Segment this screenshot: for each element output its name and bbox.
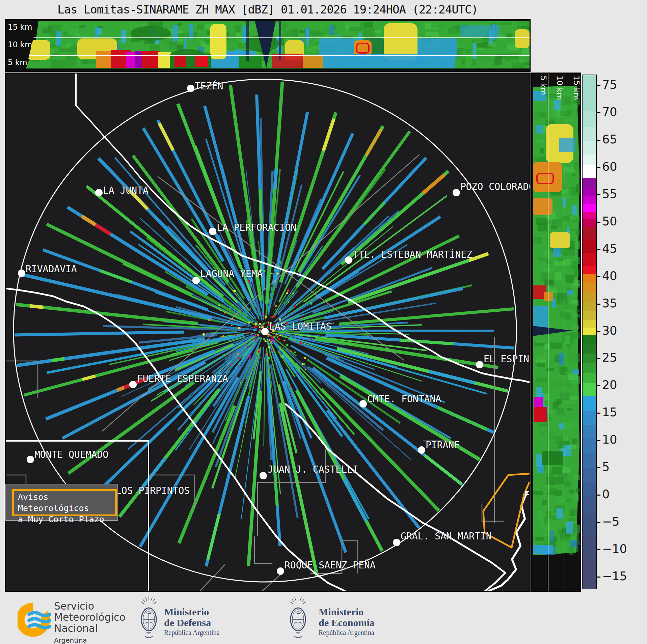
- colorbar-segment: [583, 274, 596, 283]
- colorbar-segment: [583, 219, 596, 227]
- colorbar-tick-label: 45: [602, 242, 617, 255]
- city-label: MONTE QUEMADO: [34, 449, 108, 460]
- dbz-colorbar: [582, 75, 597, 589]
- altitude-label: 5 km: [8, 58, 27, 67]
- footer: Servicio Meteorológico Nacional Argentin…: [0, 593, 647, 644]
- city-dot: [192, 277, 200, 284]
- colorbar-segment: [583, 438, 596, 453]
- colorbar-segment: [583, 283, 596, 293]
- colorbar-segment: [583, 311, 596, 320]
- city-dot: [129, 381, 137, 388]
- colorbar-segment: [583, 292, 596, 303]
- colorbar-tick-label: −5: [602, 515, 620, 528]
- city-label: CMTE. FONTANA: [367, 393, 441, 404]
- smn-logo: [18, 599, 51, 640]
- city-label: TEZÉN: [195, 81, 223, 92]
- colorbar-segment: [583, 302, 596, 311]
- colorbar-segment: [583, 354, 596, 364]
- colorbar-segment: [583, 561, 596, 589]
- right-cross-section-graphic: [532, 74, 580, 591]
- colorbar-tick-label: 15: [602, 406, 617, 419]
- colorbar-segment: [583, 425, 596, 438]
- defensa-line1: Ministerio: [164, 607, 220, 617]
- city-label: FUERTE ESPERANZA: [137, 373, 228, 384]
- colorbar-segment: [583, 188, 596, 196]
- colorbar-tick-label: 55: [602, 187, 617, 201]
- colorbar-tick-label: 60: [602, 160, 617, 173]
- right-cross-section-panel: 5 km10 km15 km: [531, 73, 581, 592]
- colorbar-segment: [583, 468, 596, 483]
- smn-line1: Servicio: [54, 600, 126, 612]
- colorbar-tick-label: −15: [602, 569, 627, 583]
- alert-legend-frame: Avisos Meteorológicos a Muy Corto Plazo: [5, 484, 118, 521]
- colorbar-tick-label: 0: [602, 487, 610, 501]
- top-cross-section-graphic: [6, 20, 530, 71]
- alert-legend-line1: Avisos Meteorológicos: [18, 492, 115, 514]
- colorbar-tick-label: 25: [602, 351, 617, 365]
- city-dot: [261, 328, 269, 335]
- colorbar-segment: [583, 253, 596, 266]
- colorbar-segment: [583, 320, 596, 328]
- top-cross-section-panel: 15 km10 km5 km: [5, 19, 531, 72]
- colorbar-segment: [583, 155, 596, 166]
- alert-legend-line2: a Muy Corto Plazo: [18, 514, 115, 525]
- city-label: RIVADAVIA: [26, 263, 77, 275]
- city-dot: [209, 228, 216, 235]
- colorbar-tick-label: 5: [602, 460, 610, 474]
- defensa-line3: República Argentina: [164, 628, 220, 637]
- page-title: Las Lomitas-SINARAME ZH MAX [dBZ] 01.01.…: [5, 3, 531, 16]
- colorbar-tick-label: 70: [602, 106, 617, 119]
- colorbar-segment: [583, 196, 596, 204]
- defensa-wordmark: Ministerio de Defensa República Argentin…: [164, 607, 220, 637]
- colorbar-segment: [583, 266, 596, 274]
- colorbar-segment: [583, 75, 596, 111]
- city-dot: [345, 256, 352, 264]
- altitude-label: 15 km: [572, 76, 581, 100]
- defensa-crest-icon: [138, 596, 159, 642]
- radar-screen: Las Lomitas-SINARAME ZH MAX [dBZ] 01.01.…: [0, 0, 647, 644]
- colorbar-tick-label: 10: [602, 433, 617, 447]
- city-label: EL ESPINIL: [484, 354, 531, 365]
- colorbar-segment: [583, 344, 596, 354]
- city-label: LAS LOMITAS: [269, 321, 331, 332]
- altitude-label: 5 km: [539, 76, 548, 95]
- city-dot: [18, 270, 25, 277]
- colorbar-segment: [583, 212, 596, 220]
- economia-line2: de Economía: [319, 617, 375, 628]
- altitude-label: 10 km: [8, 40, 32, 49]
- colorbar-segment: [583, 536, 596, 561]
- city-label: F: [524, 489, 530, 501]
- city-label: GRAL. SAN MARTIN: [401, 531, 492, 542]
- altitude-label: 10 km: [555, 76, 564, 100]
- city-label: PIRANE: [426, 440, 460, 451]
- colorbar-tick-label: 35: [602, 297, 617, 310]
- city-dot: [260, 472, 267, 479]
- colorbar-tick-label: 75: [602, 78, 617, 92]
- economia-line3: República Argentina: [319, 628, 375, 637]
- colorbar-segment: [583, 383, 596, 396]
- city-label: ROQUE SAENZ PEÑA: [285, 560, 376, 571]
- city-dot: [476, 361, 483, 368]
- colorbar-tick-label: 20: [602, 379, 617, 392]
- smn-line2: Meteorológico: [54, 612, 126, 623]
- smn-wordmark: Servicio Meteorológico Nacional Argentin…: [54, 600, 126, 644]
- smn-line3: Nacional: [54, 623, 126, 634]
- city-label: POZO COLORADO: [460, 181, 531, 192]
- city-dot: [95, 189, 103, 196]
- city-dot: [393, 539, 400, 546]
- city-label: LOS PIRPINTOS: [116, 485, 190, 496]
- colorbar-segment: [583, 328, 596, 335]
- colorbar-segment: [583, 165, 596, 178]
- city-label: TTE. ESTEBAN MARTÍNEZ: [353, 249, 472, 260]
- city-dot: [187, 85, 194, 92]
- colorbar-segment: [583, 373, 596, 383]
- colorbar-segment: [583, 227, 596, 239]
- defensa-line2: de Defensa: [164, 617, 220, 628]
- colorbar-segment: [583, 396, 596, 411]
- colorbar-segment: [583, 127, 596, 141]
- city-label: LA PERFORACIÓN: [217, 222, 296, 233]
- economia-crest-icon: [288, 596, 308, 642]
- city-label: LAGUNA YEMA: [200, 268, 263, 279]
- colorbar-segment: [583, 497, 596, 513]
- city-label: LA JUNTA: [103, 185, 149, 196]
